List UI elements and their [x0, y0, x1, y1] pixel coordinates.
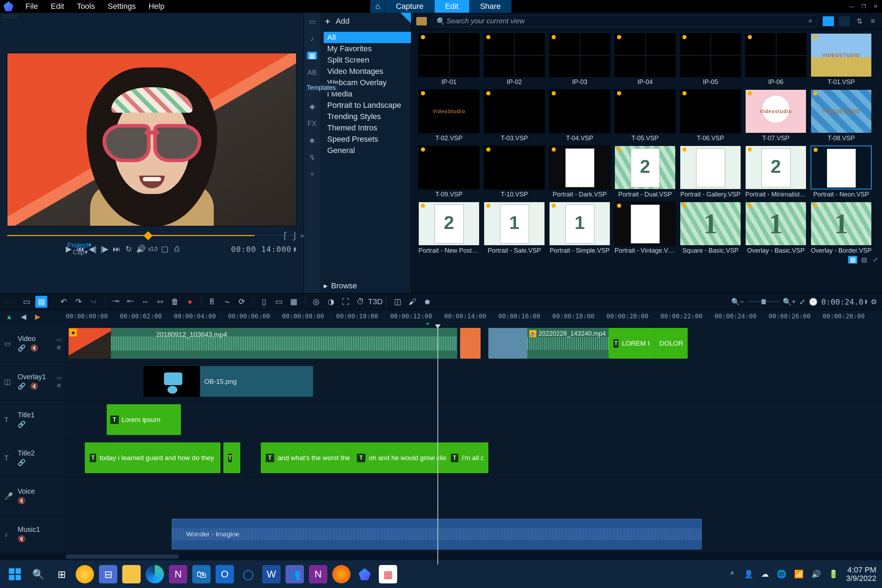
track-mute-icon[interactable]: 🔇	[30, 344, 38, 352]
clip-color-fill[interactable]	[460, 328, 481, 358]
tool-subtitle[interactable]: ▭	[273, 296, 285, 308]
library-item[interactable]: T-06.VSP	[680, 89, 741, 142]
lib-footer-expand[interactable]: ⤢	[871, 256, 880, 264]
clip-title2-d[interactable]: Toh and he would grow client	[352, 442, 462, 473]
taskbar-edge[interactable]	[146, 565, 164, 584]
category-item[interactable]: All	[324, 32, 411, 43]
library-menu-icon[interactable]: ≡	[868, 17, 877, 25]
sidetab-motion-icon[interactable]: ↯	[307, 153, 317, 161]
category-item[interactable]: Split Screen	[324, 54, 411, 66]
clear-search-icon[interactable]: ×	[807, 17, 814, 25]
goto-end[interactable]: ⏭	[111, 244, 122, 254]
clip-title-lorem[interactable]: TLOREM IPSUM	[609, 328, 654, 358]
taskbar-onenote[interactable]: N	[169, 565, 187, 584]
sidetab-audio-icon[interactable]: ♪	[307, 34, 317, 42]
library-item[interactable]: Portrait - Neon.VSP	[811, 146, 872, 198]
tool-track-motion[interactable]: ◎	[310, 296, 322, 308]
playback-speed[interactable]: x1.0	[147, 244, 158, 254]
tray-wifi-icon[interactable]: 📶	[794, 570, 804, 579]
library-item[interactable]: 1Overlay - Border.VSP	[811, 202, 872, 254]
sort-button[interactable]: ⇅	[855, 17, 864, 26]
library-item[interactable]: Portrait - Dark.VSP	[549, 146, 610, 198]
library-item[interactable]: VIDEOSTUDIOT-01.VSP	[811, 33, 872, 86]
panel-grip[interactable]: ::::::::	[0, 13, 303, 21]
category-item[interactable]: General	[324, 145, 411, 156]
taskbar-explorer[interactable]	[122, 565, 141, 584]
library-item[interactable]: VideostudioT-07.VSP	[745, 89, 806, 142]
library-item[interactable]: T-03.VSP	[484, 89, 545, 142]
tool-undo[interactable]: ↶	[58, 296, 70, 308]
library-item[interactable]: 1Portrait - Simple.VSP	[549, 202, 610, 254]
tool-face-fx[interactable]: ☻	[421, 296, 433, 308]
taskbar-outlook[interactable]: O	[216, 565, 234, 584]
tool-3d-title[interactable]: T3D	[369, 296, 381, 308]
tray-onedrive-icon[interactable]: ☁	[761, 570, 769, 579]
snapshot-button[interactable]: ⎙	[171, 244, 182, 254]
library-search[interactable]: 🔍 Search your current view ×	[432, 15, 818, 27]
tool-autonorm[interactable]: ⏦	[221, 296, 233, 308]
loop-button[interactable]: ↻	[123, 244, 134, 254]
taskbar-store[interactable]: 🛍	[192, 565, 211, 584]
library-item[interactable]: T-09.VSP	[418, 146, 480, 198]
tool-redo[interactable]: ↷	[72, 296, 84, 308]
category-item[interactable]: Speed Presets	[324, 134, 411, 145]
category-item[interactable]: My Favorites	[324, 43, 411, 54]
category-item[interactable]: Portrait to Landscape	[324, 100, 411, 111]
clip-video-2[interactable]: 🔊20220228_143240.mp4	[488, 328, 609, 358]
library-item[interactable]: VIDEOSTUDIOT-08.VSP	[811, 89, 872, 142]
ruler-add-marker[interactable]: ▲	[5, 312, 14, 321]
track-link-icon[interactable]: 🔗	[18, 344, 26, 352]
clip-video-1[interactable]: ★ 20180912_103643.mp4	[69, 328, 457, 358]
window-minimize[interactable]: —	[848, 3, 856, 10]
taskbar-taskview[interactable]: ⊞	[52, 565, 70, 584]
window-close[interactable]: ✕	[872, 3, 880, 10]
tray-volume-icon[interactable]: 🔊	[812, 570, 821, 579]
tray-meet-icon[interactable]: 👤	[744, 570, 753, 579]
mode-clip[interactable]: Clip▾	[73, 248, 88, 256]
taskbar-search[interactable]: 🔍	[29, 565, 47, 584]
library-item[interactable]: 1Overlay - Basic.VSP	[745, 202, 806, 254]
tool-chapter[interactable]: ▯	[258, 296, 270, 308]
taskbar-cortana[interactable]: ◯	[239, 565, 257, 584]
library-item[interactable]: 2Portrait - Minimalist.VSP	[745, 146, 806, 198]
taskbar-firefox[interactable]	[332, 565, 351, 584]
library-item[interactable]: IP-04	[615, 33, 676, 86]
tab-share[interactable]: Share	[469, 0, 512, 13]
clip-title2-a[interactable]: Ttoday i learned guard and how do they m…	[85, 442, 220, 473]
clip-music[interactable]: Wonder - Imagine	[172, 519, 702, 549]
category-item[interactable]: Trending Styles	[324, 111, 411, 122]
sidetab-ar-icon[interactable]: ✧	[307, 170, 317, 178]
track-lock-icon[interactable]: ▭	[57, 336, 62, 343]
mark-out-icon[interactable]: ⎦	[292, 232, 296, 240]
clip-title2-c[interactable]: Tand what's the worst the	[261, 442, 363, 473]
tool-motion[interactable]: ⟳	[236, 296, 248, 308]
zoom-out-icon[interactable]: 🔍−	[731, 297, 744, 306]
sidetab-graphics-icon[interactable]: ◆	[307, 102, 317, 110]
taskbar-onenote2[interactable]: N	[309, 565, 327, 584]
menu-edit[interactable]: Edit	[51, 2, 64, 11]
fit-timeline-icon[interactable]: ⤢	[800, 297, 806, 306]
library-item[interactable]: 1Portrait - Sale.VSP	[484, 202, 545, 254]
tool-multitrim[interactable]: ▦	[288, 296, 300, 308]
tool-slide[interactable]: ⇿	[154, 296, 166, 308]
library-item[interactable]: Portrait - Gallery.VSP	[680, 146, 741, 198]
sidetab-media-icon[interactable]: ▭	[307, 18, 317, 26]
tool-time-remap[interactable]: ⏱	[354, 296, 366, 308]
library-item[interactable]: Portrait - Vintage.VSP	[615, 202, 676, 254]
library-item[interactable]: VideoStudioT-02.VSP	[418, 89, 480, 142]
tool-timeline[interactable]: ▤	[35, 296, 47, 308]
toolstrip-settings-icon[interactable]: ⚙	[871, 297, 877, 306]
sidetab-face-icon[interactable]: ☻	[307, 136, 317, 144]
lib-footer-props[interactable]: ▤	[860, 256, 868, 264]
duration-stepper[interactable]: ▲▼	[865, 299, 867, 304]
library-item[interactable]: T-10.VSP	[484, 146, 545, 198]
window-restore[interactable]: ❐	[860, 3, 868, 10]
library-item[interactable]: 2Portrait - New Post.VSP	[418, 202, 480, 254]
tray-clock[interactable]: 4:07 PM 3/9/2022	[846, 566, 876, 583]
menu-help[interactable]: Help	[148, 2, 164, 11]
ruler-next-marker[interactable]: ▶	[33, 312, 42, 321]
clip-title2-e[interactable]: Ti'm all of	[446, 442, 488, 473]
menu-settings[interactable]: Settings	[108, 2, 136, 11]
tray-chevron-icon[interactable]: ＾	[728, 569, 736, 579]
clip-title1[interactable]: TLorem ipsum	[107, 404, 181, 435]
